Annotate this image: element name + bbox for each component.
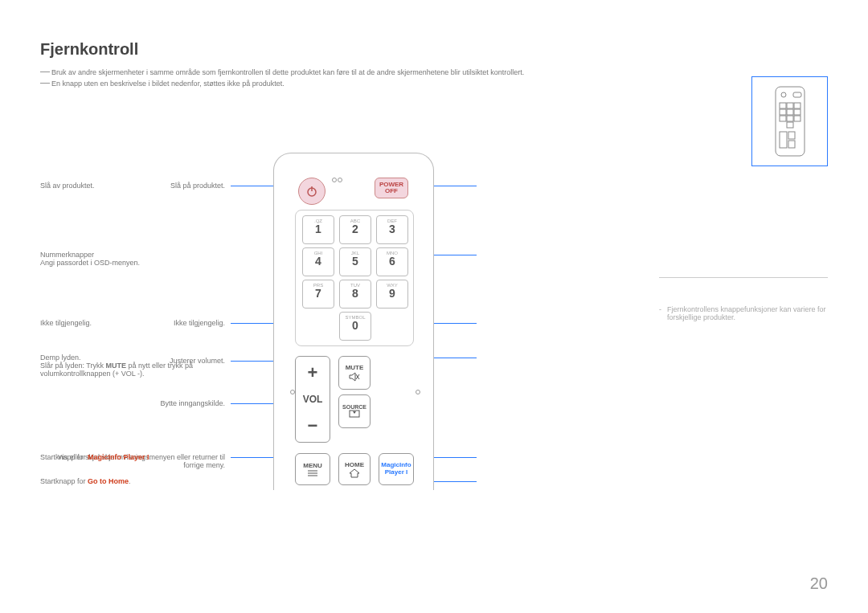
page-title: Fjernkontroll — [40, 40, 828, 59]
side-note: Fjernkontrollens knappefunksjoner kan va… — [659, 305, 828, 321]
label-power-off: Slå av produktet. — [40, 182, 233, 190]
source-icon — [349, 410, 360, 419]
label-number-keys: NummerknapperAngi passordet i OSD-menyen… — [40, 251, 233, 267]
svg-rect-11 — [794, 116, 800, 121]
svg-point-1 — [781, 92, 786, 97]
svg-marker-26 — [350, 469, 359, 477]
svg-rect-5 — [794, 103, 800, 108]
power-on-button — [298, 178, 326, 205]
key-6: MNO6 — [376, 247, 408, 276]
svg-rect-9 — [780, 116, 786, 121]
svg-rect-15 — [788, 141, 795, 148]
magicinfo-button: MagicInfo Player I — [379, 453, 414, 485]
mute-button: MUTE — [338, 356, 371, 390]
key-2: ABC2 — [339, 215, 371, 244]
menu-icon — [307, 469, 318, 477]
key-3: DEF3 — [376, 215, 408, 244]
label-home: Startknapp for Go to Home. — [40, 477, 233, 485]
svg-rect-13 — [780, 132, 787, 148]
svg-rect-2 — [793, 92, 801, 97]
divider — [659, 277, 828, 278]
keypad: .QZ1 ABC2 DEF3 GHI4 JKL5 MNO6 PRS7 TUV8 … — [295, 210, 414, 346]
key-4: GHI4 — [302, 247, 334, 276]
label-source: Bytte inngangskilde. — [40, 399, 225, 407]
svg-rect-3 — [780, 103, 786, 108]
svg-rect-10 — [787, 116, 793, 121]
page-number: 20 — [810, 574, 828, 593]
home-button: HOME — [338, 453, 371, 485]
volume-rocker: +VOL− — [295, 356, 330, 443]
remote-body: POWER OFF .QZ1 ABC2 DEF3 GHI4 JKL5 MNO6 … — [273, 153, 434, 490]
mute-icon — [349, 371, 360, 382]
svg-rect-7 — [787, 109, 793, 115]
remote-diagram: Slå på produktet. Ikke tilgjengelig. Jus… — [40, 153, 635, 498]
key-1: .QZ1 — [302, 215, 334, 244]
label-unavailable-right: Ikke tilgjengelig. — [40, 319, 233, 327]
svg-marker-22 — [353, 411, 356, 414]
source-button: SOURCE — [338, 394, 371, 428]
label-magicinfo: Startknapp for MagicInfo Player I. — [40, 453, 233, 461]
svg-rect-14 — [788, 132, 795, 139]
note-line-1: Bruk av andre skjermenheter i samme områ… — [40, 68, 828, 76]
label-mute: Demp lyden.Slår på lyden: Trykk MUTE på … — [40, 353, 233, 378]
page-thumbnail — [751, 76, 828, 166]
key-0: SYMBOL0 — [339, 312, 371, 341]
svg-marker-18 — [350, 373, 355, 381]
svg-rect-8 — [794, 109, 800, 115]
key-8: TUV8 — [339, 280, 371, 309]
key-9: WXY9 — [376, 280, 408, 309]
svg-rect-6 — [780, 109, 786, 115]
key-5: JKL5 — [339, 247, 371, 276]
key-7: PRS7 — [302, 280, 334, 309]
svg-rect-12 — [787, 122, 793, 128]
home-icon — [349, 468, 360, 478]
menu-button: MENU — [295, 453, 330, 485]
note-line-2: En knapp uten en beskrivelse i bildet ne… — [40, 80, 828, 88]
svg-rect-4 — [787, 103, 793, 108]
power-off-button: POWER OFF — [375, 178, 408, 198]
